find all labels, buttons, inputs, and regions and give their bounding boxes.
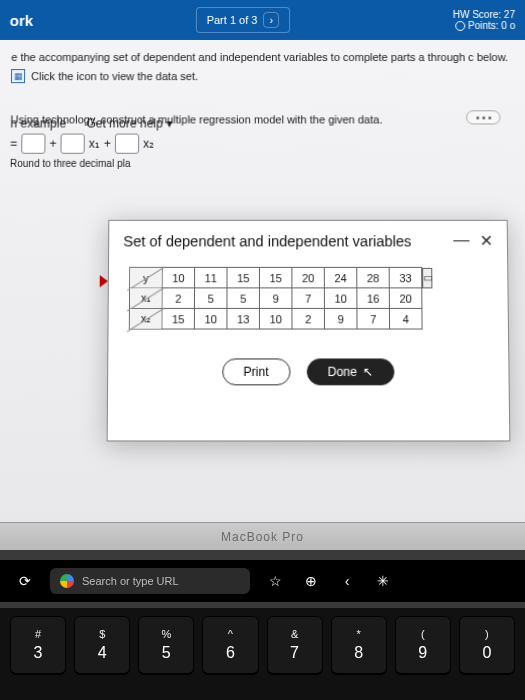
- instruction-line1: e the accompanying set of dependent and …: [0, 50, 525, 65]
- regression-equation: = + x₁ + x₂: [10, 134, 515, 154]
- laptop-screen: ork Part 1 of 3 › HW Score: 27 Points: 0…: [0, 0, 525, 533]
- instruction-line2[interactable]: Click the icon to view the data set.: [31, 70, 198, 82]
- more-menu-button[interactable]: [466, 110, 500, 124]
- key-4[interactable]: $4: [74, 616, 130, 674]
- points-icon: [455, 21, 465, 31]
- get-help-link[interactable]: Get more help ▾: [86, 117, 172, 131]
- part-indicator: Part 1 of 3 ›: [196, 7, 291, 33]
- dropdown-icon: ▾: [166, 117, 172, 131]
- data-set-dialog: Set of dependent and independent variabl…: [107, 220, 511, 442]
- touch-bar: ⟳ Search or type URL ☆ ⊕ ‹ ✳: [0, 560, 525, 602]
- dialog-title: Set of dependent and independent variabl…: [123, 233, 411, 249]
- eq-plus2: +: [104, 137, 111, 151]
- minimize-icon[interactable]: —: [453, 231, 469, 250]
- key-6[interactable]: ^6: [202, 616, 258, 674]
- row-label: x₂: [129, 308, 162, 329]
- coef-x1-field[interactable]: [60, 134, 84, 154]
- next-part-button[interactable]: ›: [263, 12, 279, 28]
- keyboard-row: #3 $4 %5 ^6 &7 *8 (9 )0: [0, 608, 525, 700]
- eq-equals: =: [10, 137, 17, 151]
- done-label: Done: [328, 365, 357, 379]
- close-icon[interactable]: ✕: [479, 231, 492, 250]
- table-row: x₂ 151013102974: [129, 308, 433, 329]
- brightness-icon[interactable]: ✳: [372, 570, 394, 592]
- coef-x2-field[interactable]: [115, 134, 139, 154]
- search-placeholder: Search or type URL: [82, 575, 179, 587]
- score-box: HW Score: 27 Points: 0 o: [453, 9, 516, 31]
- new-tab-icon[interactable]: ⊕: [300, 570, 322, 592]
- points-label: Points: 0 o: [468, 20, 515, 31]
- eq-x1: x₁: [89, 137, 100, 151]
- example-link[interactable]: n example: [10, 117, 66, 131]
- hw-score: HW Score: 27: [453, 9, 515, 20]
- app-header: ork Part 1 of 3 › HW Score: 27 Points: 0…: [0, 0, 525, 40]
- key-3[interactable]: #3: [10, 616, 66, 674]
- eq-plus1: +: [49, 137, 56, 151]
- back-icon[interactable]: ‹: [336, 570, 358, 592]
- key-5[interactable]: %5: [138, 616, 194, 674]
- scroll-right-button[interactable]: ▭: [422, 267, 432, 288]
- favorite-icon[interactable]: ☆: [264, 570, 286, 592]
- done-button[interactable]: Done↖: [306, 358, 394, 385]
- key-0[interactable]: )0: [459, 616, 515, 674]
- cursor-icon: ↖: [363, 365, 373, 379]
- key-9[interactable]: (9: [395, 616, 451, 674]
- data-table: y 1011151520242833 ▭ x₁ 25597101620 x₂ 1…: [129, 267, 434, 330]
- part-label: Part 1 of 3: [207, 14, 258, 26]
- intercept-field[interactable]: [21, 134, 45, 154]
- brand-text: ork: [10, 11, 34, 28]
- round-note: Round to three decimal pla: [10, 158, 515, 169]
- table-row: x₁ 25597101620: [129, 288, 433, 309]
- row-label: y: [130, 267, 163, 288]
- data-set-icon[interactable]: ▦: [11, 69, 25, 83]
- print-button[interactable]: Print: [222, 358, 290, 385]
- question-content: e the accompanying set of dependent and …: [0, 40, 525, 180]
- refresh-icon[interactable]: ⟳: [14, 570, 36, 592]
- key-8[interactable]: *8: [331, 616, 387, 674]
- row-label: x₁: [129, 288, 162, 309]
- key-7[interactable]: &7: [267, 616, 323, 674]
- eq-x2: x₂: [143, 137, 154, 151]
- macbook-label: MacBook Pro: [0, 522, 525, 550]
- google-icon: [60, 574, 74, 588]
- touchbar-search[interactable]: Search or type URL: [50, 568, 250, 594]
- table-row: y 1011151520242833 ▭: [130, 267, 433, 288]
